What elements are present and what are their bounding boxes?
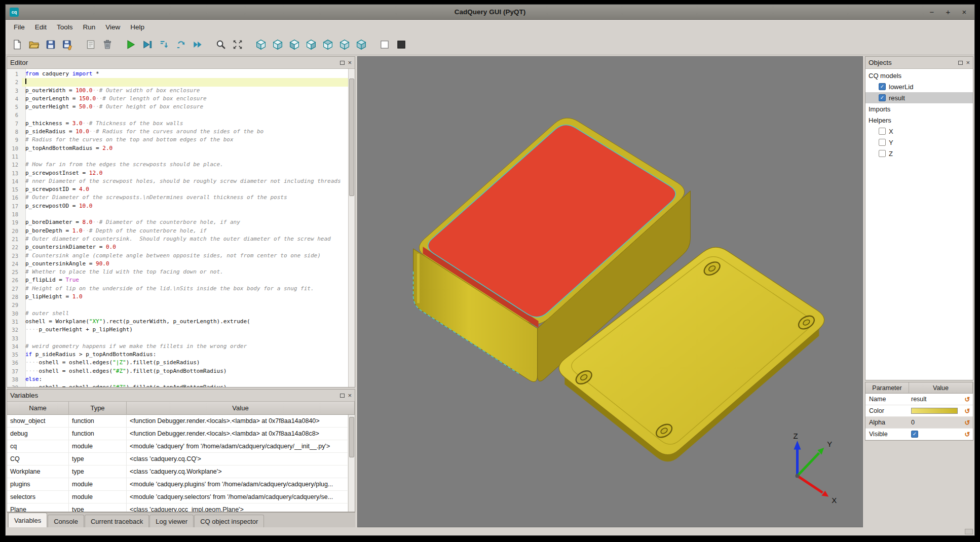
float-panel-icon[interactable] — [340, 394, 345, 398]
code-line: 24p_countersinkAngle = 90.0 — [7, 260, 348, 268]
tree-item-imports[interactable]: Imports — [865, 103, 973, 114]
view-bottom-button[interactable] — [337, 37, 352, 52]
titlebar[interactable]: cq CadQuery GUI (PyQT) − + × — [6, 5, 974, 20]
line-number: 6 — [7, 111, 22, 119]
menu-view[interactable]: View — [100, 20, 125, 34]
code-text: # Radius for the curves on the top and b… — [22, 136, 348, 144]
step-button[interactable] — [157, 37, 172, 52]
variables-scrollbar-thumb[interactable] — [349, 417, 354, 457]
tree-item-y[interactable]: Y — [865, 137, 973, 148]
line-number: 34 — [7, 342, 22, 351]
table-row[interactable]: Planetype<class 'cadquery.occ_impl.geom.… — [7, 504, 348, 512]
tree-item-result[interactable]: ✓result — [865, 92, 973, 103]
background-light-button[interactable] — [377, 37, 392, 52]
view-axonometric-button[interactable] — [354, 37, 369, 52]
param-row-name: Nameresult↺ — [865, 394, 973, 405]
view-front-button[interactable] — [253, 37, 269, 52]
tree-item-lowerlid[interactable]: ✓lowerLid — [865, 81, 973, 92]
minimize-button[interactable]: − — [928, 8, 936, 16]
view-left-button[interactable] — [287, 37, 302, 52]
table-row[interactable]: Workplanetype<class 'cadquery.cq.Workpla… — [7, 466, 348, 478]
clear-button[interactable] — [83, 37, 98, 52]
view-right-button[interactable] — [304, 37, 319, 52]
checkbox[interactable] — [879, 128, 886, 135]
editor-scrollbar[interactable] — [348, 69, 355, 387]
code-line: 39····oshell = oshell.edges("#Z").fillet… — [7, 383, 348, 387]
checkbox[interactable] — [879, 150, 886, 157]
close-panel-icon[interactable]: × — [348, 60, 352, 66]
menu-tools[interactable]: Tools — [52, 20, 78, 34]
tab-log-viewer[interactable]: Log viewer — [149, 515, 194, 527]
tree-item-cq-models[interactable]: CQ models — [865, 70, 973, 81]
tab-cq-object-inspector[interactable]: CQ object inspector — [194, 515, 264, 527]
bottom-tabbar: VariablesConsoleCurrent tracebackLog vie… — [7, 512, 355, 527]
menu-file[interactable]: File — [9, 20, 30, 34]
editor-scrollbar-thumb[interactable] — [349, 79, 354, 196]
tab-console[interactable]: Console — [48, 515, 84, 527]
close-panel-icon[interactable]: × — [966, 60, 970, 66]
close-panel-icon[interactable]: × — [348, 393, 352, 399]
reset-button[interactable]: ↺ — [962, 396, 973, 403]
resize-grip[interactable] — [965, 529, 973, 534]
visible-checkbox[interactable]: ✓ — [911, 431, 918, 438]
open-file-button[interactable] — [26, 37, 42, 52]
step-over-button[interactable] — [173, 37, 189, 52]
reset-button[interactable]: ↺ — [962, 419, 973, 427]
tree-item-z[interactable]: Z — [865, 148, 973, 159]
line-number: 16 — [7, 193, 22, 202]
close-button[interactable]: × — [960, 8, 968, 16]
maximize-button[interactable]: + — [944, 8, 952, 16]
left-column: Editor × 1from cadquery import *23p_oute… — [7, 56, 355, 527]
table-row[interactable]: pluginsmodule<module 'cadquery.plugins' … — [7, 478, 348, 491]
column-header-type[interactable]: Type — [69, 402, 127, 415]
checkbox[interactable]: ✓ — [879, 94, 886, 101]
table-row[interactable]: debugfunction<function Debugger.render.<… — [7, 428, 348, 440]
3d-viewport[interactable]: Z Y X — [357, 56, 863, 527]
reset-button[interactable]: ↺ — [962, 407, 973, 415]
line-number: 39 — [7, 383, 22, 387]
tree-item-x[interactable]: X — [865, 126, 973, 137]
checkbox[interactable]: ✓ — [879, 83, 886, 90]
menu-help[interactable]: Help — [125, 20, 149, 34]
window-title: CadQuery GUI (PyQT) — [6, 8, 974, 16]
menu-edit[interactable]: Edit — [30, 20, 52, 34]
tab-current-traceback[interactable]: Current traceback — [85, 515, 149, 527]
delete-button[interactable] — [100, 37, 115, 52]
3d-scene[interactable]: Z Y X — [358, 57, 862, 527]
code-text: # How far in from the edges the screwpos… — [22, 161, 348, 169]
background-dark-button[interactable] — [394, 37, 409, 52]
code-editor[interactable]: 1from cadquery import *23p_outerWidth = … — [7, 69, 348, 387]
color-swatch-button[interactable] — [911, 408, 958, 414]
background-light-icon — [379, 39, 390, 50]
code-text: # outer shell — [22, 309, 348, 318]
tab-variables[interactable]: Variables — [8, 513, 47, 527]
code-text: p_boreDepth = 1.0··# Depth of the counte… — [22, 227, 348, 235]
variables-scrollbar[interactable] — [348, 415, 355, 512]
save-file-button[interactable] — [43, 37, 58, 52]
zoom-to-fit-icon — [215, 39, 227, 50]
table-row[interactable]: show_objectfunction<function Debugger.re… — [7, 415, 348, 428]
fit-all-button[interactable] — [230, 37, 245, 52]
float-panel-icon[interactable] — [958, 61, 963, 65]
save-as-button[interactable] — [60, 37, 75, 52]
table-cell: type — [69, 453, 127, 465]
code-text: ····oshell = oshell.edges("#Z").fillet(p… — [22, 367, 348, 375]
table-row[interactable]: cqmodule<module 'cadquery' from '/home/a… — [7, 440, 348, 453]
new-file-button[interactable] — [10, 37, 25, 52]
tree-item-helpers[interactable]: Helpers — [865, 114, 973, 126]
zoom-to-fit-button[interactable] — [213, 37, 229, 52]
menu-run[interactable]: Run — [78, 20, 101, 34]
table-row[interactable]: selectorsmodule<module 'cadquery.selecto… — [7, 491, 348, 504]
view-rear-button[interactable] — [270, 37, 285, 52]
column-header-value[interactable]: Value — [127, 402, 355, 415]
float-panel-icon[interactable] — [340, 61, 345, 65]
debug-button[interactable] — [140, 37, 155, 52]
reset-button[interactable]: ↺ — [962, 431, 973, 438]
render-button[interactable] — [123, 37, 138, 52]
column-header-name[interactable]: Name — [7, 402, 69, 415]
table-cell: show_object — [7, 415, 69, 427]
view-top-button[interactable] — [320, 37, 335, 52]
table-row[interactable]: CQtype<class 'cadquery.cq.CQ'> — [7, 453, 348, 466]
checkbox[interactable] — [879, 139, 886, 146]
continue-button[interactable] — [190, 37, 205, 52]
